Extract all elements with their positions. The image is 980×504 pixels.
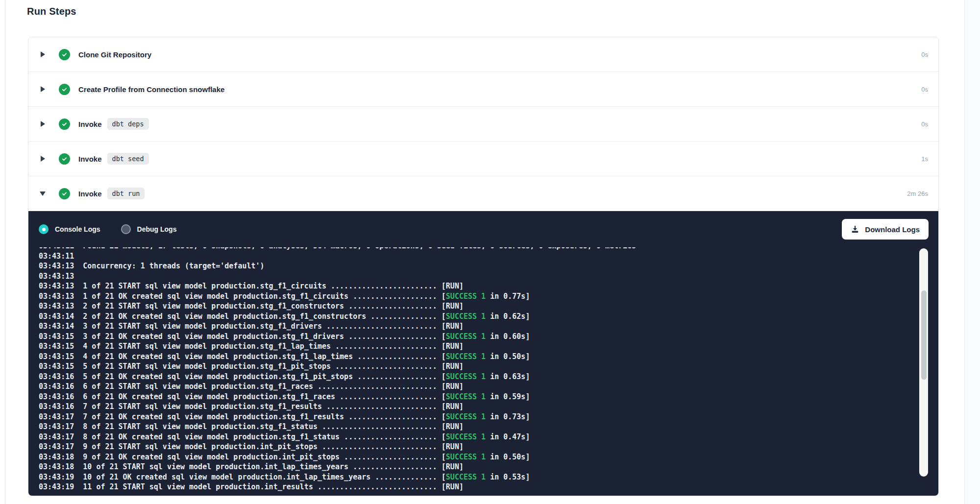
- log-line: 03:43:13 1 of 21 START sql view model pr…: [39, 281, 938, 291]
- step-duration: 1s: [921, 155, 928, 163]
- step-duration: 0s: [921, 51, 928, 58]
- run-step-row[interactable]: Invoke dbt deps 0s: [28, 107, 938, 142]
- log-line: 03:43:15 4 of 21 START sql view model pr…: [39, 341, 938, 352]
- log-line: 03:43:16 6 of 21 START sql view model pr…: [39, 382, 938, 392]
- log-line: 03:43:15 4 of 21 OK created sql view mod…: [39, 352, 938, 362]
- log-line: 03:43:17 7 of 21 OK created sql view mod…: [39, 412, 938, 422]
- step-label: Invoke: [78, 190, 102, 198]
- log-line: 03:43:16 7 of 21 START sql view model pr…: [39, 402, 938, 412]
- console-log-area[interactable]: 03:43:11 Found 21 models, 17 tests, 0 sn…: [28, 247, 938, 496]
- success-check-icon: [59, 84, 70, 95]
- download-logs-button[interactable]: Download Logs: [842, 219, 929, 240]
- debug-logs-radio[interactable]: Debug Logs: [121, 224, 177, 234]
- log-line: 03:43:15 5 of 21 START sql view model pr…: [39, 361, 938, 372]
- step-command-badge: dbt seed: [107, 153, 149, 165]
- step-duration: 2m 26s: [907, 190, 928, 197]
- success-check-icon: [59, 188, 70, 199]
- log-line: 03:43:19 10 of 21 OK created sql view mo…: [39, 472, 938, 482]
- expand-caret-icon[interactable]: [39, 51, 46, 57]
- expand-caret-icon[interactable]: [39, 121, 46, 127]
- log-line: 03:43:11 Found 21 models, 17 tests, 0 sn…: [39, 247, 938, 251]
- log-line: 03:43:13: [39, 271, 938, 282]
- expand-caret-icon[interactable]: [39, 156, 46, 162]
- right-page-gutter: [964, 0, 980, 504]
- console-header: Console Logs Debug Logs Download Logs: [28, 211, 938, 247]
- console-logs-label: Console Logs: [55, 225, 100, 233]
- radio-unselected-icon[interactable]: [121, 224, 131, 234]
- run-step-row[interactable]: Invoke dbt run 2m 26s: [28, 176, 938, 211]
- debug-logs-label: Debug Logs: [137, 225, 177, 233]
- step-duration: 0s: [921, 86, 928, 93]
- page-title: Run Steps: [27, 6, 76, 17]
- log-line: 03:43:16 5 of 21 OK created sql view mod…: [39, 372, 938, 382]
- step-command-badge: dbt run: [107, 188, 145, 199]
- left-page-divider: [0, 0, 5, 504]
- log-line: 03:43:19 11 of 21 START sql view model p…: [39, 482, 938, 492]
- step-duration: 0s: [921, 120, 928, 128]
- run-step-row[interactable]: Create Profile from Connection snowflake…: [28, 72, 938, 107]
- log-line: 03:43:18 10 of 21 START sql view model p…: [39, 462, 938, 472]
- success-check-icon: [59, 153, 70, 165]
- log-line: 03:43:17 8 of 21 START sql view model pr…: [39, 422, 938, 432]
- log-lines: 03:43:11 Found 21 models, 17 tests, 0 sn…: [39, 247, 938, 492]
- success-check-icon: [59, 49, 70, 60]
- log-line: 03:43:14 2 of 21 OK created sql view mod…: [39, 312, 938, 322]
- log-line: 03:43:16 6 of 21 OK created sql view mod…: [39, 392, 938, 402]
- download-icon: [851, 225, 859, 234]
- download-logs-label: Download Logs: [865, 225, 920, 234]
- step-label: Invoke: [78, 155, 102, 163]
- step-label: Clone Git Repository: [78, 50, 151, 59]
- console-panel: Console Logs Debug Logs Download Logs 03…: [28, 211, 938, 496]
- expand-caret-icon[interactable]: [39, 192, 46, 196]
- run-step-row[interactable]: Invoke dbt seed 1s: [28, 142, 938, 176]
- radio-selected-icon[interactable]: [39, 224, 49, 234]
- log-line: 03:43:15 3 of 21 OK created sql view mod…: [39, 332, 938, 342]
- step-label: Invoke: [78, 120, 102, 128]
- console-scrollbar-track[interactable]: [919, 248, 928, 477]
- run-step-row[interactable]: Clone Git Repository 0s: [28, 37, 938, 72]
- success-check-icon: [59, 119, 70, 130]
- run-steps-list: Clone Git Repository 0s Create Profile f…: [28, 37, 938, 211]
- step-label: Create Profile from Connection snowflake: [78, 85, 224, 94]
- console-scrollbar-thumb[interactable]: [921, 290, 927, 380]
- expand-caret-icon[interactable]: [39, 86, 46, 92]
- log-line: 03:43:17 8 of 21 OK created sql view mod…: [39, 432, 938, 442]
- log-line: 03:43:13 Concurrency: 1 threads (target=…: [39, 261, 938, 271]
- run-steps-card: Clone Git Repository 0s Create Profile f…: [28, 37, 939, 496]
- step-command-badge: dbt deps: [107, 118, 149, 130]
- console-logs-radio[interactable]: Console Logs: [39, 224, 100, 234]
- log-line: 03:43:11: [39, 251, 938, 262]
- log-line: 03:43:17 9 of 21 START sql view model pr…: [39, 442, 938, 452]
- log-line: 03:43:18 9 of 21 OK created sql view mod…: [39, 452, 938, 462]
- log-line: 03:43:13 2 of 21 START sql view model pr…: [39, 301, 938, 312]
- log-line: 03:43:14 3 of 21 START sql view model pr…: [39, 321, 938, 332]
- log-line: 03:43:13 1 of 21 OK created sql view mod…: [39, 291, 938, 302]
